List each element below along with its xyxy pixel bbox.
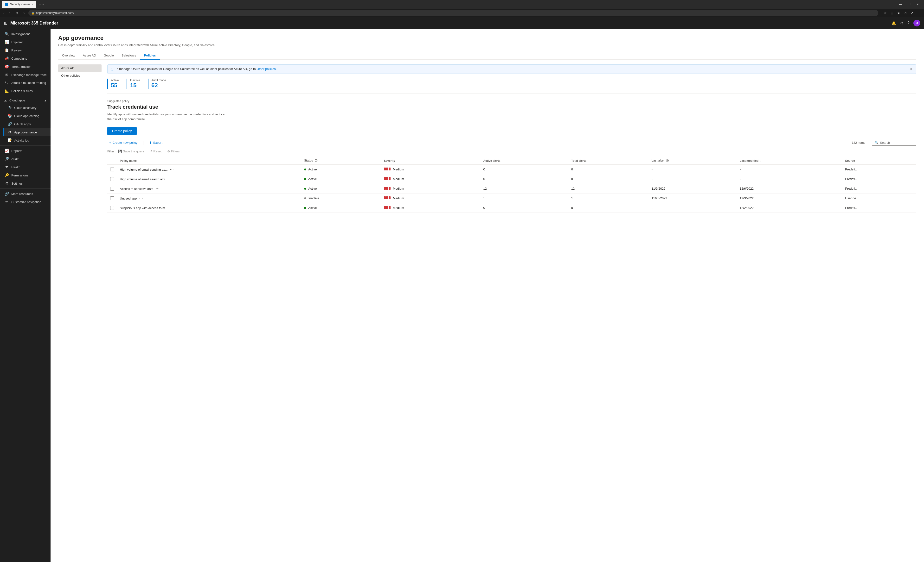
sidebar-item-customize-nav[interactable]: ✏ Customize navigation xyxy=(0,198,51,206)
stat-inactive-label: Inactive xyxy=(130,79,140,82)
sidebar-group-cloud-apps[interactable]: ☁ Cloud apps ▲ xyxy=(0,97,51,104)
more-resources-icon: 🔗 xyxy=(4,191,9,196)
reload-btn[interactable]: ↻ xyxy=(14,10,20,16)
row-checkbox-1[interactable] xyxy=(110,177,114,181)
policy-nav-azure-ad[interactable]: Azure AD xyxy=(58,64,102,72)
row-policy-name-0: High volume of email sending ac... ⋯ xyxy=(117,164,301,174)
search-input[interactable] xyxy=(880,141,914,145)
sidebar-item-activity-log[interactable]: 📝 Activity log xyxy=(3,136,51,145)
sidebar-item-oauth-apps[interactable]: 🔗 OAuth apps xyxy=(3,120,51,128)
table-row: Unused app ⋯ Inactive Medium 1 1 11/28/2… xyxy=(107,193,916,203)
notification-icon[interactable]: 🔔 xyxy=(891,21,896,25)
tab-google[interactable]: Google xyxy=(100,52,118,60)
settings-gear-icon[interactable]: ⚙ xyxy=(900,21,903,25)
row-more-btn-0[interactable]: ⋯ xyxy=(168,167,175,172)
sidebar-item-exchange[interactable]: ✉ Exchange message trace xyxy=(0,71,51,79)
filter-icon: ⚙ xyxy=(167,149,170,153)
minimize-btn[interactable]: — xyxy=(896,1,905,8)
share-icon[interactable]: ↗ xyxy=(909,10,915,16)
url-text: https://security.microsoft.com/ xyxy=(36,11,74,15)
sidebar-item-permissions[interactable]: 🔑 Permissions xyxy=(0,171,51,179)
create-policy-btn[interactable]: Create policy xyxy=(107,127,136,135)
reset-btn[interactable]: ↺ Reset xyxy=(148,148,164,154)
window-controls: — ❐ × xyxy=(896,1,922,8)
sidebar-item-cloud-discovery[interactable]: 🔭 Cloud discovery xyxy=(3,104,51,112)
sidebar-item-campaigns[interactable]: 📣 Campaigns xyxy=(0,54,51,63)
restore-btn[interactable]: ❐ xyxy=(905,1,914,8)
back-btn[interactable]: ‹ xyxy=(2,10,6,16)
row-checkbox-2[interactable] xyxy=(110,187,114,191)
help-icon[interactable]: ? xyxy=(908,21,910,25)
row-policy-name-1: High volume of email search acti... ⋯ xyxy=(117,174,301,184)
col-total-alerts[interactable]: Total alerts xyxy=(568,157,649,164)
col-active-alerts[interactable]: Active alerts xyxy=(480,157,568,164)
sidebar-item-review[interactable]: 📋 Review xyxy=(0,46,51,54)
col-source[interactable]: Source xyxy=(842,157,916,164)
col-severity[interactable]: Severity xyxy=(381,157,480,164)
row-checkbox-3[interactable] xyxy=(110,196,114,200)
create-new-policy-btn[interactable]: + Create new policy xyxy=(107,140,140,145)
table-row: Suspicious app with access to m... ⋯ Act… xyxy=(107,203,916,213)
filters-btn[interactable]: ⚙ Filters xyxy=(165,148,182,154)
row-source-2: Predefi... xyxy=(842,184,916,193)
row-active-alerts-1: 0 xyxy=(480,174,568,184)
col-last-alert[interactable]: Last alert ⓘ xyxy=(649,157,737,164)
reset-icon: ↺ xyxy=(150,149,152,153)
col-last-modified[interactable]: Last modified ↓ xyxy=(737,157,842,164)
home-btn[interactable]: ⌂ xyxy=(21,10,26,16)
sidebar-label-customize-nav: Customize navigation xyxy=(11,200,41,204)
user-avatar[interactable]: U xyxy=(914,20,920,27)
content-area: App governance Get in-depth visibility a… xyxy=(51,29,924,562)
policy-nav-other-policies[interactable]: Other policies xyxy=(58,72,102,79)
tab-azure-ad[interactable]: Azure AD xyxy=(79,52,100,60)
sidebar-label-activity-log: Activity log xyxy=(14,139,29,142)
sidebar-item-app-governance[interactable]: ⚙ App governance xyxy=(3,128,51,136)
row-checkbox-4[interactable] xyxy=(110,206,114,210)
sidebar-item-audit[interactable]: 🔎 Audit xyxy=(0,155,51,163)
browser-tab[interactable]: Security Center × xyxy=(2,1,36,8)
status-dot-4 xyxy=(304,207,306,209)
col-policy-name[interactable]: Policy name xyxy=(117,157,301,164)
export-btn[interactable]: ⬇ Export xyxy=(147,140,164,145)
activity-log-icon: 📝 xyxy=(8,138,12,142)
favorites-icon[interactable]: ★ xyxy=(896,10,902,16)
col-status[interactable]: Status ⓘ xyxy=(301,157,381,164)
row-checkbox-cell xyxy=(107,174,117,184)
tab-dropdown-btn[interactable]: ▾ xyxy=(42,3,44,6)
bookmark-icon[interactable]: ☆ xyxy=(882,10,888,16)
new-tab-btn[interactable]: + xyxy=(39,2,41,6)
sidebar-item-policies[interactable]: 📐 Policies & rules xyxy=(0,87,51,95)
row-more-btn-1[interactable]: ⋯ xyxy=(168,176,175,181)
forward-btn[interactable]: › xyxy=(8,10,12,16)
sev-bar-1-3 xyxy=(384,196,386,199)
sidebar-item-settings[interactable]: ⚙ Settings xyxy=(0,179,51,187)
sidebar-divider-3 xyxy=(0,188,51,189)
row-more-btn-3[interactable]: ⋯ xyxy=(138,196,144,201)
read-aloud-icon[interactable]: ♫ xyxy=(903,10,908,16)
search-box[interactable]: 🔍 xyxy=(872,140,916,146)
tab-close-btn[interactable]: × xyxy=(32,3,33,6)
sidebar-item-health[interactable]: ❤ Health xyxy=(0,163,51,171)
tab-salesforce[interactable]: Salesforce xyxy=(118,52,140,60)
close-btn[interactable]: × xyxy=(914,1,922,8)
tab-overview[interactable]: Overview xyxy=(58,52,79,60)
url-bar[interactable]: 🔒 https://security.microsoft.com/ xyxy=(28,10,878,16)
sidebar-item-threat-tracker[interactable]: 🎯 Threat tracker xyxy=(0,63,51,71)
sidebar-item-investigations[interactable]: 🔍 Investigations xyxy=(0,30,51,38)
sidebar-item-reports[interactable]: 📈 Reports xyxy=(0,146,51,155)
info-banner-close[interactable]: × xyxy=(910,67,912,71)
app-grid-icon[interactable]: ⊞ xyxy=(4,21,8,26)
row-more-btn-4[interactable]: ⋯ xyxy=(168,205,175,210)
stat-inactive: Inactive 15 xyxy=(127,79,140,89)
split-view-icon[interactable]: ⊟ xyxy=(889,10,895,16)
settings-icon[interactable]: … xyxy=(916,10,922,16)
sidebar-item-attack-sim[interactable]: 🛡 Attack simulation training xyxy=(0,79,51,87)
row-checkbox-0[interactable] xyxy=(110,167,114,171)
sidebar-item-explorer[interactable]: 📊 Explorer xyxy=(0,38,51,46)
tab-policies[interactable]: Policies xyxy=(140,52,159,60)
other-policies-link[interactable]: Other policies xyxy=(256,67,276,71)
save-query-btn[interactable]: 💾 Save the query xyxy=(116,148,146,154)
sidebar-item-more-resources[interactable]: 🔗 More resources xyxy=(0,190,51,198)
sidebar-item-cloud-catalog[interactable]: 📚 Cloud app catalog xyxy=(3,112,51,120)
row-more-btn-2[interactable]: ⋯ xyxy=(154,186,161,191)
